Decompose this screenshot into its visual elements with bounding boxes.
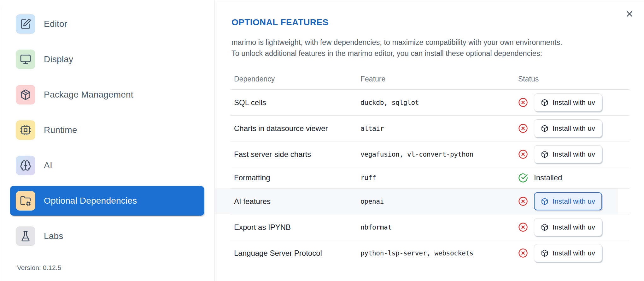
close-icon: [625, 9, 634, 19]
table-row-formatting: Formatting ruff Installed: [230, 167, 629, 188]
sidebar-item-label: AI: [44, 160, 52, 170]
install-button-label: Install with uv: [553, 249, 595, 257]
sidebar-item-pill: Runtime: [10, 115, 204, 145]
panel-description: marimo is lightweight, with few dependen…: [231, 37, 562, 59]
sidebar-item-runtime[interactable]: Runtime: [1, 112, 214, 148]
column-header-feature: Feature: [357, 75, 514, 83]
install-with-uv-button-focused[interactable]: Install with uv: [534, 192, 602, 210]
install-button-label: Install with uv: [553, 223, 595, 231]
table-row-charts-datasource: Charts in datasource viewer altair Insta…: [230, 115, 629, 141]
column-header-dependency: Dependency: [230, 75, 357, 83]
table-header-row: Dependency Feature Status: [230, 69, 629, 89]
circle-x-icon: [518, 222, 528, 232]
dependency-cell: Formatting: [230, 173, 357, 182]
install-with-uv-button[interactable]: Install with uv: [534, 218, 602, 236]
sidebar-item-pill: Package Management: [10, 80, 204, 110]
square-pen-icon: [16, 14, 35, 34]
dependency-cell: Fast server-side charts: [230, 150, 357, 159]
app-version-label: Version: 0.12.5: [17, 264, 61, 272]
installed-label: Installed: [534, 173, 562, 182]
status-cell: Installed: [514, 173, 629, 183]
install-button-label: Install with uv: [553, 197, 595, 206]
sidebar-item-pill: AI: [10, 151, 204, 180]
feature-cell: nbformat: [357, 224, 514, 231]
optional-dependencies-table: Dependency Feature Status SQL cells duck…: [230, 69, 629, 266]
sidebar-nav: Editor Display Package Management: [1, 0, 214, 254]
sidebar-item-label: Package Management: [44, 90, 133, 100]
brain-icon: [16, 156, 35, 175]
table-row-ai-features: AI features openai Install with uv: [230, 188, 629, 214]
dependency-cell: Language Server Protocol: [230, 249, 357, 258]
sidebar-item-editor[interactable]: Editor: [1, 6, 214, 42]
monitor-icon: [16, 50, 35, 69]
table-row-sql-cells: SQL cells duckdb, sqlglot Install with u…: [230, 89, 629, 115]
package-icon: [16, 85, 35, 105]
settings-dialog: Editor Display Package Management: [0, 0, 644, 281]
feature-cell: altair: [357, 125, 514, 132]
box-icon: [541, 125, 548, 132]
box-icon: [541, 99, 548, 106]
status-cell: Install with uv: [514, 93, 629, 111]
sidebar-item-label: Optional Dependencies: [44, 196, 137, 206]
box-icon: [541, 224, 548, 231]
status-cell: Install with uv: [514, 218, 629, 236]
box-icon: [541, 249, 548, 257]
box-icon: [541, 198, 548, 205]
circle-x-icon: [518, 123, 528, 133]
feature-cell: openai: [357, 198, 514, 205]
folder-cog-icon: [16, 191, 35, 211]
sidebar-item-ai[interactable]: AI: [1, 148, 214, 183]
sidebar-item-pill: Display: [10, 45, 204, 74]
status-cell: Install with uv: [514, 192, 629, 210]
sidebar-item-label: Labs: [44, 231, 63, 241]
feature-cell: ruff: [357, 174, 514, 182]
sidebar-item-pill: Labs: [10, 221, 204, 251]
install-button-label: Install with uv: [553, 99, 595, 107]
dependency-cell: Export as IPYNB: [230, 223, 357, 232]
close-button[interactable]: [624, 9, 635, 19]
table-row-fast-charts: Fast server-side charts vegafusion, vl-c…: [230, 141, 629, 167]
circle-check-icon: [518, 173, 528, 183]
install-button-label: Install with uv: [553, 124, 595, 133]
cpu-icon: [16, 120, 35, 140]
install-with-uv-button[interactable]: Install with uv: [534, 145, 602, 163]
circle-x-icon: [518, 196, 528, 206]
install-with-uv-button[interactable]: Install with uv: [534, 93, 602, 111]
status-cell: Install with uv: [514, 119, 629, 137]
dependency-cell: SQL cells: [230, 98, 357, 107]
sidebar-item-display[interactable]: Display: [1, 42, 214, 77]
box-icon: [541, 151, 548, 158]
sidebar-item-labs[interactable]: Labs: [1, 218, 214, 254]
column-header-status: Status: [514, 75, 629, 83]
dependency-cell: AI features: [230, 197, 357, 206]
page-title: OPTIONAL FEATURES: [231, 17, 329, 27]
description-line-2: To unlock additional features in the mar…: [231, 48, 562, 59]
feature-cell: duckdb, sqlglot: [357, 99, 514, 106]
sidebar-item-label: Runtime: [44, 125, 77, 135]
sidebar-item-optional-dependencies[interactable]: Optional Dependencies: [1, 183, 214, 218]
install-with-uv-button[interactable]: Install with uv: [534, 244, 602, 262]
feature-cell: vegafusion, vl-convert-python: [357, 151, 514, 158]
install-button-label: Install with uv: [553, 150, 595, 158]
settings-sidebar: Editor Display Package Management: [1, 0, 215, 281]
circle-x-icon: [518, 149, 528, 159]
flask-icon: [16, 226, 35, 246]
description-line-1: marimo is lightweight, with few dependen…: [231, 37, 562, 48]
sidebar-item-label: Display: [44, 54, 73, 64]
circle-x-icon: [518, 98, 528, 107]
status-cell: Install with uv: [514, 145, 629, 163]
circle-x-icon: [518, 248, 528, 258]
install-with-uv-button[interactable]: Install with uv: [534, 119, 602, 137]
dependency-cell: Charts in datasource viewer: [230, 124, 357, 133]
table-row-lsp: Language Server Protocol python-lsp-serv…: [230, 240, 629, 266]
sidebar-item-package-management[interactable]: Package Management: [1, 77, 214, 112]
sidebar-item-pill: Editor: [10, 9, 204, 39]
sidebar-item-pill-selected: Optional Dependencies: [10, 186, 204, 216]
status-cell: Install with uv: [514, 244, 629, 262]
table-row-export-ipynb: Export as IPYNB nbformat Install with uv: [230, 214, 629, 240]
sidebar-item-label: Editor: [44, 19, 67, 29]
feature-cell: python-lsp-server, websockets: [357, 249, 514, 257]
